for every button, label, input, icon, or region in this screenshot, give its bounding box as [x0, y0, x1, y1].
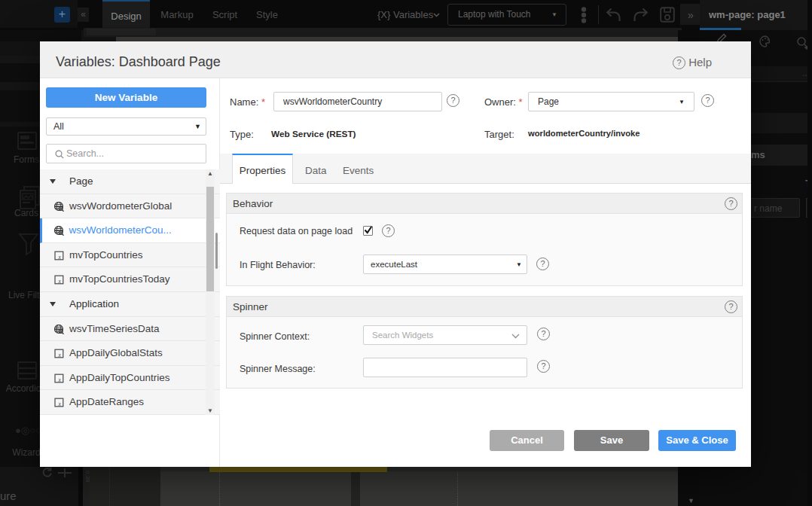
svg-text:x: x	[58, 352, 62, 358]
svg-text:x: x	[58, 279, 62, 285]
svg-text:x: x	[58, 376, 62, 383]
svg-text:x: x	[58, 254, 62, 261]
svg-text:x: x	[58, 401, 62, 408]
